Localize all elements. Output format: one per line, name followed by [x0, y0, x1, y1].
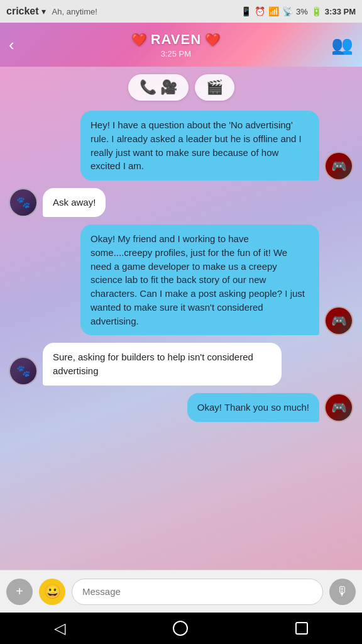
users-icon[interactable]: 👥 [331, 35, 353, 55]
add-button[interactable]: + [6, 579, 33, 605]
message-bubble: Hey! I have a question about the 'No adv… [80, 111, 319, 180]
message-bubble: Okay! My friend and I working to have so… [80, 225, 319, 335]
heart-left-icon: ❤️ [131, 32, 147, 47]
signal-icon: 📡 [282, 6, 293, 16]
message-text: Sure, asking for builders to help isn't … [53, 352, 253, 376]
message-bubble: Okay! Thank you so much! [187, 393, 319, 422]
media-icon: 🎬 [206, 79, 223, 96]
message-text: Okay! Thank you so much! [197, 402, 309, 413]
recent-apps-icon [295, 622, 308, 635]
status-bar: cricket ▾ Ah, anytime! 📱 ⏰ 📶 📡 3% 🔋 3:33… [0, 0, 362, 23]
message-row: Okay! Thank you so much! [9, 393, 353, 422]
app-name: cricket [6, 6, 39, 17]
home-circle-icon [173, 621, 188, 636]
message-bubble: Ask away! [43, 188, 106, 217]
mic-icon: 🎙 [336, 584, 349, 599]
status-bar-left: cricket ▾ Ah, anytime! [6, 6, 97, 17]
emoji-icon: 😀 [44, 584, 61, 600]
message-bubble: Sure, asking for builders to help isn't … [43, 343, 282, 386]
header-timestamp: 3:25 PM [161, 49, 191, 58]
video-call-button[interactable]: 📞 🎥 [128, 74, 189, 101]
back-arrow-icon: ◁ [54, 619, 65, 637]
message-text: Hey! I have a question about the 'No adv… [90, 119, 302, 171]
nav-recent-button[interactable] [295, 622, 308, 635]
message-text: Ask away! [53, 197, 96, 208]
nav-home-button[interactable] [173, 621, 188, 636]
message-input[interactable] [72, 579, 323, 605]
video-icon: 🎥 [160, 79, 177, 96]
message-row: Okay! My friend and I working to have so… [9, 225, 353, 335]
back-button[interactable]: ‹ [9, 35, 14, 55]
message-text: Okay! My friend and I working to have so… [90, 233, 305, 326]
chat-body: 📞 🎥 🎬 Hey! I have a question about the '… [0, 67, 362, 570]
message-row: Ask away! [9, 188, 353, 217]
message-row: Sure, asking for builders to help isn't … [9, 343, 353, 386]
contact-name: RAVEN [151, 31, 201, 48]
phone-icon: 📱 [241, 6, 251, 16]
chat-header: ‹ ❤️ RAVEN ❤️ 3:25 PM 👥 [0, 23, 362, 67]
dropdown-icon[interactable]: ▾ [41, 6, 46, 16]
battery-icon: 🔋 [311, 6, 322, 16]
media-button[interactable]: 🎬 [195, 74, 234, 101]
phone-icon: 📞 [140, 79, 156, 96]
avatar [324, 306, 353, 335]
mic-button[interactable]: 🎙 [329, 579, 356, 605]
call-actions-row: 📞 🎥 🎬 [9, 74, 353, 101]
add-icon: + [16, 584, 23, 599]
heart-right-icon: ❤️ [205, 32, 221, 47]
header-center: ❤️ RAVEN ❤️ 3:25 PM [21, 31, 331, 58]
nav-bar: ◁ [0, 613, 362, 644]
wifi-icon: 📶 [268, 6, 279, 16]
avatar [9, 188, 38, 217]
battery-percent: 3% [296, 7, 308, 16]
message-preview: Ah, anytime! [52, 7, 97, 16]
emoji-button[interactable]: 😀 [39, 579, 65, 605]
message-row: Hey! I have a question about the 'No adv… [9, 111, 353, 180]
alarm-icon: ⏰ [255, 6, 265, 16]
avatar [9, 357, 38, 386]
avatar [324, 393, 353, 422]
time-display: 3:33 PM [325, 7, 356, 16]
nav-back-button[interactable]: ◁ [54, 619, 65, 637]
status-bar-right: 📱 ⏰ 📶 📡 3% 🔋 3:33 PM [241, 6, 356, 16]
avatar [324, 152, 353, 180]
input-bar: + 😀 🎙 [0, 570, 362, 613]
contact-name-row: ❤️ RAVEN ❤️ [131, 31, 221, 48]
